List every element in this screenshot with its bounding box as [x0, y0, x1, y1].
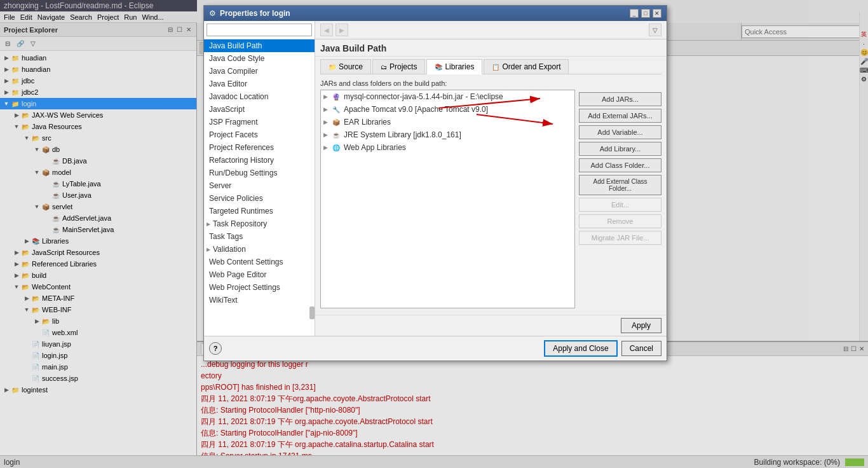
- add-variable-btn[interactable]: Add Variable...: [579, 125, 661, 139]
- add-external-jars-btn[interactable]: Add External JARs...: [579, 109, 661, 123]
- content-extra-btns: ▽: [649, 24, 661, 36]
- tab-libraries[interactable]: 📚 Libraries: [426, 59, 482, 74]
- svg-line-3: [477, 114, 553, 124]
- nav-item-task-repository[interactable]: ▶ Task Repository: [204, 217, 315, 230]
- help-btn[interactable]: ?: [209, 342, 222, 355]
- nav-arrows-group: ◀ ▶: [320, 24, 348, 36]
- properties-dialog: ⚙ Properties for login _ □ ✕ Java Build …: [203, 5, 667, 361]
- nav-search-input[interactable]: [207, 24, 312, 36]
- buildpath-tabs: 📁 Source 🗂 Projects 📚 Libraries 📋: [320, 59, 661, 74]
- nav-item-java-editor[interactable]: Java Editor: [204, 78, 315, 90]
- nav-item-label: JSP Fragment: [209, 118, 257, 127]
- nav-item-label: Task Tags: [209, 232, 243, 241]
- tab-order-export[interactable]: 📋 Order and Export: [484, 59, 569, 74]
- add-external-class-folder-btn[interactable]: Add External Class Folder...: [579, 175, 661, 195]
- nav-item-label: Targeted Runtimes: [209, 207, 273, 216]
- nav-item-label: Refactoring History: [209, 156, 274, 165]
- libraries-tab-icon: 📚: [435, 64, 442, 71]
- dialog-icon: ⚙: [209, 9, 216, 18]
- expand-arrow: ▶: [323, 106, 331, 113]
- dialog-bottom-buttons: Apply and Close Cancel: [544, 340, 661, 357]
- nav-scrollbar-thumb[interactable]: [309, 306, 315, 319]
- dialog-nav: Java Build Path Java Code Style Java Com…: [204, 21, 315, 336]
- libraries-description: JARs and class folders on the build path…: [320, 79, 661, 87]
- dropdown-btn[interactable]: ▽: [649, 24, 661, 36]
- expand-arrow: ▶: [323, 144, 331, 151]
- nav-item-web-page-editor[interactable]: Web Page Editor: [204, 268, 315, 281]
- apply-btn[interactable]: Apply: [621, 318, 661, 333]
- nav-item-task-tags[interactable]: Task Tags: [204, 230, 315, 243]
- nav-item-java-build-path[interactable]: Java Build Path: [204, 39, 315, 52]
- nav-item-java-code-style[interactable]: Java Code Style: [204, 52, 315, 65]
- tab-projects[interactable]: 🗂 Projects: [372, 59, 425, 74]
- nav-item-label: Web Project Settings: [209, 283, 280, 292]
- nav-item-run-debug[interactable]: Run/Debug Settings: [204, 167, 315, 179]
- projects-tab-icon: 🗂: [381, 64, 387, 71]
- add-library-btn[interactable]: Add Library...: [579, 142, 661, 156]
- dialog-title-text: Properties for login: [220, 9, 290, 18]
- nav-item-label: Java Compiler: [209, 67, 258, 76]
- expand-arrow: ▶: [323, 132, 331, 138]
- dialog-close-btn[interactable]: ✕: [653, 9, 661, 18]
- jar-icon: 🔮: [331, 92, 341, 102]
- tomcat-icon: 🔧: [331, 104, 341, 114]
- nav-item-server[interactable]: Server: [204, 179, 315, 192]
- migrate-jar-btn[interactable]: Migrate JAR File...: [579, 231, 661, 245]
- nav-item-label: Project References: [209, 143, 274, 152]
- nav-item-label: Task Repository: [213, 219, 267, 228]
- nav-expand-arrow: ▶: [207, 247, 210, 252]
- ide-background: zhongxing - LostFound/readme.md - Eclips…: [0, 0, 868, 468]
- nav-item-label: WikiText: [209, 296, 238, 305]
- tab-source[interactable]: 📁 Source: [320, 59, 371, 74]
- nav-item-label: Java Build Path: [209, 41, 262, 50]
- nav-item-javadoc[interactable]: Javadoc Location: [204, 90, 315, 103]
- nav-item-jsp-fragment[interactable]: JSP Fragment: [204, 116, 315, 128]
- nav-item-java-compiler[interactable]: Java Compiler: [204, 65, 315, 78]
- nav-item-validation[interactable]: ▶ Validation: [204, 243, 315, 256]
- lib-label: Web App Libraries: [344, 143, 572, 152]
- nav-item-web-content-settings[interactable]: Web Content Settings: [204, 256, 315, 268]
- dialog-titlebar: ⚙ Properties for login _ □ ✕: [204, 6, 667, 21]
- nav-item-refactoring-history[interactable]: Refactoring History: [204, 154, 315, 167]
- expand-arrow: ▶: [323, 93, 331, 100]
- webapp-icon: 🌐: [331, 142, 341, 153]
- nav-expand-arrow: ▶: [207, 221, 210, 227]
- nav-item-wikitext[interactable]: WikiText: [204, 294, 315, 306]
- dialog-title-area: ⚙ Properties for login: [209, 9, 290, 18]
- tab-projects-label: Projects: [390, 62, 417, 71]
- nav-item-label: Web Content Settings: [209, 258, 283, 266]
- tab-source-label: Source: [339, 62, 363, 71]
- apply-area: Apply: [315, 315, 667, 336]
- svg-line-1: [438, 99, 540, 108]
- cancel-btn[interactable]: Cancel: [621, 341, 661, 356]
- add-jars-btn[interactable]: Add JARs...: [579, 92, 661, 106]
- source-tab-icon: 📁: [329, 64, 336, 71]
- nav-forward-btn[interactable]: ▶: [336, 24, 348, 36]
- nav-item-project-references[interactable]: Project References: [204, 141, 315, 154]
- apply-close-btn[interactable]: Apply and Close: [544, 340, 617, 357]
- dialog-action-buttons: Add JARs... Add External JARs... Add Var…: [579, 90, 661, 312]
- nav-item-targeted-runtimes[interactable]: Targeted Runtimes: [204, 205, 315, 217]
- dialog-minimize-btn[interactable]: _: [630, 9, 639, 18]
- nav-back-btn[interactable]: ◀: [320, 24, 333, 36]
- nav-item-label: Run/Debug Settings: [209, 169, 277, 177]
- dialog-right-area: ◀ ▶ ▽ Java Build Path 📁 Source: [315, 21, 667, 336]
- nav-item-label: Server: [209, 181, 231, 190]
- nav-item-javascript[interactable]: JavaScript: [204, 103, 315, 116]
- remove-btn[interactable]: Remove: [579, 214, 661, 228]
- dialog-nav-search: [204, 21, 315, 39]
- nav-item-label: JavaScript: [209, 105, 245, 114]
- nav-item-label: Web Page Editor: [209, 270, 267, 279]
- edit-btn[interactable]: Edit...: [579, 198, 661, 212]
- add-class-folder-btn[interactable]: Add Class Folder...: [579, 158, 661, 172]
- dialog-help-area: ?: [209, 342, 222, 355]
- order-export-tab-icon: 📋: [492, 64, 499, 71]
- dialog-maximize-btn[interactable]: □: [641, 9, 650, 18]
- nav-item-web-project-settings[interactable]: Web Project Settings: [204, 281, 315, 294]
- nav-item-label: Validation: [213, 245, 246, 254]
- nav-scroll-indicator: [204, 306, 315, 319]
- nav-item-project-facets[interactable]: Project Facets: [204, 128, 315, 141]
- lib-item-webapp[interactable]: ▶ 🌐 Web App Libraries: [321, 141, 574, 154]
- nav-item-service-policies[interactable]: Service Policies: [204, 192, 315, 205]
- dialog-body: Java Build Path Java Code Style Java Com…: [204, 21, 667, 336]
